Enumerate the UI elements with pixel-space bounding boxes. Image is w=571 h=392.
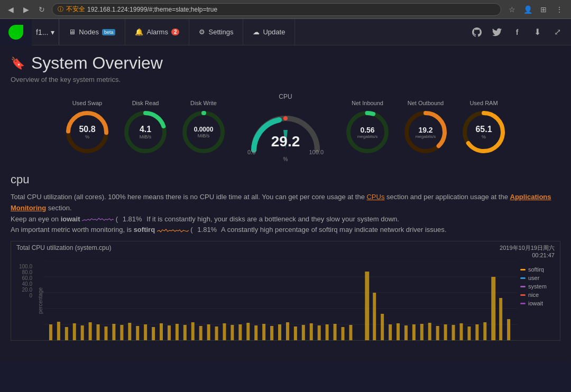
- net-inbound-gauge: Net Inbound 0.56 megabits/s: [344, 100, 391, 156]
- forward-button[interactable]: ▶: [21, 4, 32, 15]
- svg-rect-47: [262, 324, 265, 340]
- bookmark-icon: 🔖: [11, 57, 25, 70]
- net-inbound-value: 0.56 megabits/s: [357, 125, 378, 138]
- dropdown-icon: ▾: [51, 28, 54, 36]
- svg-rect-41: [215, 326, 218, 340]
- svg-rect-73: [475, 324, 478, 340]
- svg-rect-58: [349, 325, 352, 340]
- svg-rect-68: [436, 326, 439, 340]
- url-text: 192.168.1.224:19999/#;theme=slate;help=t…: [87, 6, 217, 13]
- monitor-icon: 🖥: [69, 28, 76, 36]
- user-dot: [520, 277, 526, 279]
- svg-rect-66: [420, 324, 423, 340]
- ram-gauge: Used RAM 65.1 %: [460, 100, 508, 156]
- url-bar[interactable]: ⓘ 不安全 192.168.1.224:19999/#;theme=slate;…: [52, 3, 501, 16]
- profile-icon[interactable]: 👤: [521, 3, 534, 16]
- cpu-gauge-min: 0.0: [247, 149, 255, 155]
- refresh-button[interactable]: ↻: [36, 4, 48, 15]
- softirq-value: 1.81%: [195, 226, 219, 234]
- swap-gauge: Used Swap 50.8 %: [63, 100, 111, 156]
- cpu-gauge-label: CPU: [279, 93, 292, 100]
- nodes-label: Nodes: [79, 28, 99, 36]
- softirq-sparkline: [157, 227, 189, 234]
- download-icon[interactable]: ⬇: [528, 23, 547, 42]
- svg-rect-75: [491, 277, 495, 340]
- svg-rect-39: [199, 326, 202, 340]
- app-logo[interactable]: [0, 19, 32, 45]
- svg-rect-70: [452, 325, 455, 340]
- cpu-desc-text-2: section and per application usage at the: [386, 193, 508, 201]
- page-title: System Overview: [31, 53, 163, 73]
- cpu-gauge-container: CPU 29.2 0.0 100.0 %: [238, 93, 333, 162]
- svg-rect-51: [294, 326, 297, 340]
- app-title-text: f1...: [36, 28, 48, 36]
- net-outbound-gauge: Net Outbound 19.2 megabits/s: [402, 100, 449, 156]
- svg-rect-61: [381, 314, 384, 340]
- back-button[interactable]: ◀: [5, 4, 16, 15]
- ram-circle: 65.1 %: [460, 108, 508, 156]
- app-title-bar[interactable]: f1... ▾: [32, 19, 59, 45]
- cpu-section: cpu Total CPU utilization (all cores). 1…: [11, 173, 560, 341]
- nav-alarms[interactable]: 🔔 Alarms 2: [125, 19, 189, 45]
- svg-rect-32: [144, 324, 147, 340]
- svg-rect-59: [365, 272, 369, 340]
- security-label: 不安全: [66, 5, 85, 14]
- disk-read-circle: 4.1 MiB/s: [122, 108, 169, 156]
- disk-write-gauge: Disk Write 0.0000 MiB/s: [180, 100, 227, 156]
- svg-rect-49: [278, 324, 281, 340]
- nav-nodes[interactable]: 🖥 Nodes beta: [59, 19, 125, 45]
- chart-date: 2019年10月19日周六: [500, 244, 555, 252]
- extensions-icon[interactable]: ⊞: [537, 3, 550, 16]
- iowait-label: iowait: [61, 215, 80, 223]
- cpu-gauge-percent: %: [283, 156, 288, 162]
- svg-rect-37: [183, 325, 187, 340]
- ram-value: 65.1 %: [475, 125, 492, 139]
- cpus-link[interactable]: CPUs: [366, 193, 384, 201]
- svg-rect-33: [152, 327, 155, 340]
- svg-rect-56: [334, 324, 337, 340]
- svg-rect-21: [57, 322, 60, 340]
- svg-rect-74: [483, 322, 486, 340]
- logo-shape: [8, 25, 23, 40]
- y-axis-label: percentage: [38, 287, 43, 314]
- security-icon: ⓘ: [58, 5, 63, 13]
- gauges-section: Used Swap 50.8 % Disk Read: [11, 93, 560, 162]
- facebook-icon[interactable]: f: [508, 23, 527, 42]
- alarms-label: Alarms: [146, 28, 168, 36]
- svg-rect-45: [246, 323, 250, 340]
- cpu-section-title: cpu: [11, 173, 560, 186]
- svg-rect-25: [89, 322, 92, 340]
- svg-rect-23: [73, 323, 76, 340]
- svg-rect-64: [404, 325, 408, 340]
- cpu-gauge-max: 100.0: [309, 149, 324, 155]
- menu-button[interactable]: ⋮: [553, 3, 566, 16]
- svg-rect-65: [412, 324, 416, 340]
- nice-legend-label: nice: [528, 292, 539, 298]
- legend-user: user: [520, 275, 557, 281]
- bookmark-icon[interactable]: ☆: [505, 3, 518, 16]
- svg-rect-62: [389, 324, 392, 340]
- svg-rect-38: [191, 322, 195, 340]
- nav-update[interactable]: ☁ Update: [243, 19, 295, 45]
- svg-rect-35: [168, 325, 171, 340]
- main-content: 🔖 System Overview Overview of the key sy…: [0, 45, 571, 362]
- svg-rect-69: [444, 324, 447, 340]
- twitter-icon[interactable]: [487, 23, 506, 42]
- softirq-paren-open: (: [190, 226, 192, 234]
- softirq-legend-label: softirq: [528, 266, 544, 273]
- softirq-label: softirq: [134, 226, 155, 234]
- cpu-description: Total CPU utilization (all cores). 100% …: [11, 192, 560, 236]
- net-inbound-circle: 0.56 megabits/s: [344, 108, 391, 156]
- y-label-100: 100.0: [19, 264, 32, 269]
- nav-settings[interactable]: ⚙ Settings: [189, 19, 243, 45]
- expand-icon[interactable]: ⤢: [548, 23, 567, 42]
- iowait-legend-label: iowait: [528, 300, 543, 306]
- cpu-chart: Total CPU utilization (system.cpu) 2019年…: [11, 241, 560, 341]
- legend-nice: nice: [520, 292, 557, 298]
- page-title-row: 🔖 System Overview: [11, 53, 560, 73]
- y-label-60: 60.0: [22, 275, 32, 281]
- svg-point-7: [283, 116, 288, 120]
- legend-iowait: iowait: [520, 300, 557, 306]
- github-icon[interactable]: [467, 23, 486, 42]
- svg-rect-54: [318, 325, 321, 340]
